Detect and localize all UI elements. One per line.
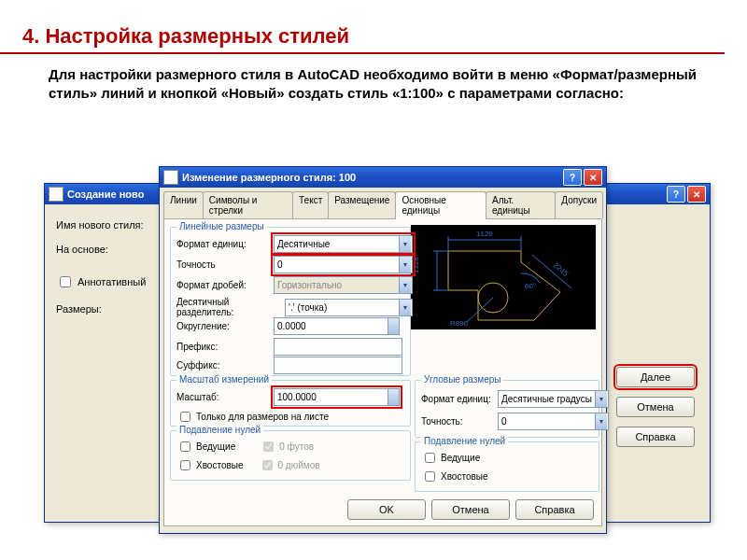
slide-body: Для настройки размерного стиля в AutoCAD… (0, 65, 747, 104)
tab-primary-units[interactable]: Основные единицы (395, 191, 486, 219)
angular-precision-dropdown[interactable]: 0 (498, 413, 609, 430)
label-ang-format: Формат единиц: (421, 394, 494, 404)
annotative-input[interactable] (60, 276, 71, 287)
layout-only-input[interactable] (180, 412, 190, 422)
annotative-label: Аннотативный (78, 276, 146, 287)
annotative-checkbox[interactable]: Аннотативный (56, 273, 146, 290)
label-rounding: Округление: (176, 321, 270, 331)
inches-checkbox: 0 дюймов (259, 457, 320, 473)
group-zero-suppress-angular: Подавление нулей Ведущие Хвостовые (415, 441, 599, 492)
help-button[interactable]: Справка (616, 427, 695, 447)
dimension-preview: 1129 1328 2245 60° R896 (411, 225, 596, 329)
help-icon[interactable]: ? (563, 169, 582, 186)
modify-dimstyle-dialog: Изменение размерного стиля: 100 ? ✕ Лини… (159, 166, 607, 534)
svg-text:2245: 2245 (552, 261, 571, 279)
svg-text:60°: 60° (525, 282, 536, 290)
label-scale: Масштаб: (176, 392, 270, 402)
tab-panel-primary-units: 1129 1328 2245 60° R896 Линейные размеры… (163, 218, 602, 526)
group-angular: Угловые размеры Формат единиц: Десятичны… (415, 380, 599, 438)
tabstrip: Линии Символы и стрелки Текст Размещение… (160, 188, 606, 218)
svg-text:R896: R896 (450, 319, 469, 328)
modify-dimstyle-title: Изменение размерного стиля: 100 (182, 172, 563, 183)
trailing-checkbox[interactable]: Хвостовые (176, 457, 244, 473)
label-precision: Точность (176, 259, 270, 270)
layout-only-checkbox[interactable]: Только для размеров на листе (176, 409, 329, 425)
tab-symbols[interactable]: Символы и стрелки (203, 191, 293, 218)
help-icon[interactable]: ? (667, 186, 685, 203)
label-ang-precision: Точность: (421, 416, 494, 427)
slide-title: 4. Настройка размерных стилей (0, 0, 725, 54)
app-icon (163, 170, 178, 185)
tab-tolerances[interactable]: Допуски (555, 191, 603, 218)
decimal-separator-dropdown[interactable]: '.' (точка) (285, 299, 413, 316)
app-icon (49, 187, 63, 202)
feet-checkbox: 0 футов (260, 439, 314, 455)
precision-dropdown[interactable]: 0 (274, 256, 413, 273)
group-zero-linear-legend: Подавление нулей (176, 425, 263, 435)
unit-format-dropdown[interactable]: Десятичные (274, 235, 413, 253)
close-icon[interactable]: ✕ (584, 169, 602, 186)
label-decimal-sep: Десятичный разделитель: (176, 297, 281, 317)
scale-input[interactable]: 100.0000 (274, 388, 400, 406)
group-zero-angular-legend: Подавление нулей (421, 436, 508, 446)
svg-line-8 (467, 298, 493, 322)
prefix-input[interactable] (274, 338, 402, 356)
angular-format-dropdown[interactable]: Десятичные градусы (498, 390, 609, 408)
group-scale-legend: Масштаб измерений (176, 374, 272, 385)
svg-text:1328: 1328 (412, 257, 420, 273)
label-unit-format: Формат единиц: (176, 239, 270, 249)
group-linear-legend: Линейные размеры (176, 221, 267, 231)
close-icon[interactable]: ✕ (687, 186, 706, 203)
ang-trailing-checkbox[interactable]: Хвостовые (421, 469, 488, 484)
group-scale: Масштаб измерений Масштаб: 100.0000 Толь… (170, 380, 411, 427)
group-linear: Линейные размеры Формат единиц: Десятичн… (170, 227, 411, 376)
ang-leading-checkbox[interactable]: Ведущие (421, 450, 480, 466)
fraction-format-dropdown: Горизонтально (274, 276, 413, 294)
tab-text[interactable]: Текст (292, 191, 329, 218)
label-prefix: Префикс: (176, 342, 270, 352)
suffix-input[interactable] (274, 357, 402, 374)
rounding-input[interactable]: 0.0000 (274, 317, 400, 335)
cancel-button[interactable]: Отмена (431, 499, 510, 520)
tab-alt-units[interactable]: Альт. единицы (486, 191, 556, 218)
next-button[interactable]: Далее (616, 367, 695, 387)
label-suffix: Суффикс: (176, 360, 270, 371)
tab-lines[interactable]: Линии (163, 191, 204, 218)
cancel-button[interactable]: Отмена (616, 397, 695, 417)
group-angular-legend: Угловые размеры (421, 374, 503, 385)
tab-fit[interactable]: Размещение (328, 191, 396, 218)
help-button[interactable]: Справка (515, 499, 594, 520)
leading-checkbox[interactable]: Ведущие (176, 439, 235, 455)
ok-button[interactable]: OK (347, 499, 426, 520)
svg-text:1129: 1129 (476, 230, 493, 238)
label-fraction-format: Формат дробей: (176, 280, 270, 290)
layout-only-label: Только для размеров на листе (196, 412, 329, 422)
group-zero-suppress-linear: Подавление нулей Ведущие 0 футов Хвостов… (170, 430, 411, 481)
